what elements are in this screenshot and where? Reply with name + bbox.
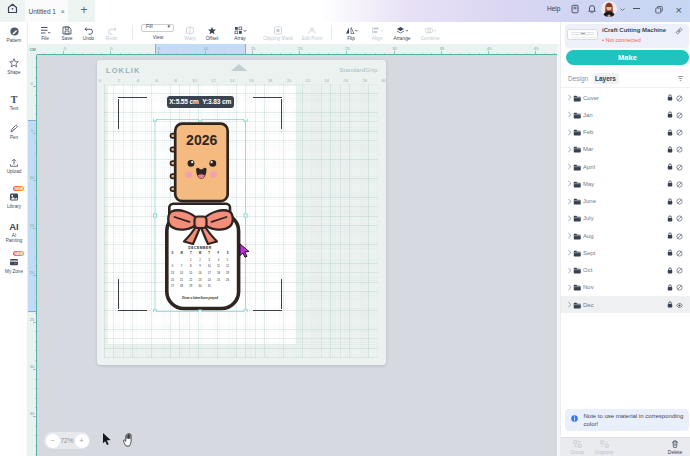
- svg-text:2026: 2026: [186, 132, 217, 148]
- svg-text:14: 14: [180, 271, 183, 275]
- svg-text:28: 28: [180, 284, 183, 288]
- svg-text:Done a letter/have prayed: Done a letter/have prayed: [181, 296, 218, 300]
- svg-text:17: 17: [208, 271, 211, 275]
- svg-text:19: 19: [226, 271, 229, 275]
- svg-text:20: 20: [171, 278, 174, 282]
- svg-text:11: 11: [217, 264, 220, 268]
- svg-text:12: 12: [226, 264, 229, 268]
- svg-text:31: 31: [208, 284, 211, 288]
- svg-text:10: 10: [208, 264, 211, 268]
- svg-text:S: S: [172, 251, 174, 255]
- svg-text:15: 15: [189, 271, 192, 275]
- svg-text:30: 30: [199, 284, 202, 288]
- svg-text:DECEMBER: DECEMBER: [188, 246, 211, 250]
- svg-text:21: 21: [180, 278, 183, 282]
- svg-text:22: 22: [189, 278, 192, 282]
- svg-text:26: 26: [226, 278, 229, 282]
- svg-text:W: W: [199, 251, 202, 255]
- svg-text:S: S: [227, 251, 229, 255]
- svg-text:18: 18: [217, 271, 220, 275]
- svg-text:25: 25: [217, 278, 220, 282]
- svg-text:29: 29: [189, 284, 192, 288]
- svg-text:23: 23: [199, 278, 202, 282]
- svg-text:13: 13: [171, 271, 174, 275]
- svg-text:24: 24: [208, 278, 211, 282]
- svg-text:27: 27: [171, 284, 174, 288]
- svg-text:16: 16: [199, 271, 202, 275]
